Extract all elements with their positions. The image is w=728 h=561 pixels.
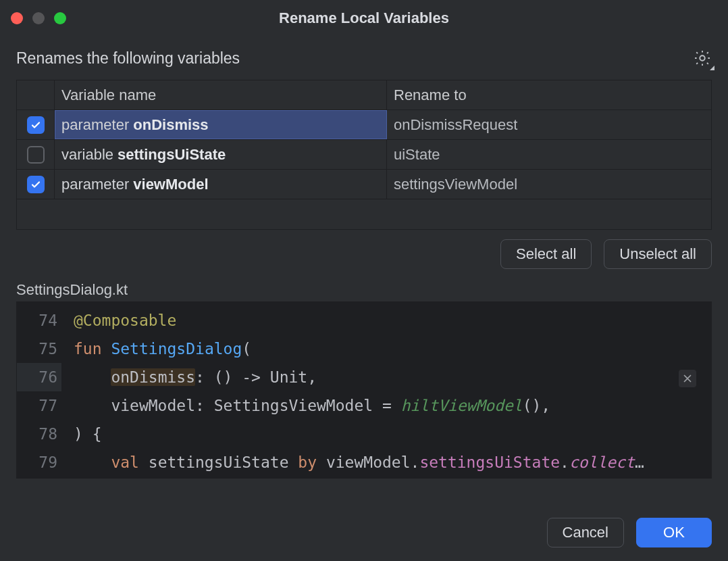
cancel-button[interactable]: Cancel bbox=[547, 518, 624, 547]
code-preview: 747576777879 @Composablefun SettingsDial… bbox=[16, 301, 712, 479]
editor-code[interactable]: @Composablefun SettingsDialog( onDismiss… bbox=[70, 302, 711, 478]
editor-gutter: 747576777879 bbox=[17, 302, 70, 478]
row-checkbox[interactable] bbox=[27, 146, 45, 164]
col-rename-to: Rename to bbox=[387, 80, 711, 109]
variables-table: Variable name Rename to parameter onDism… bbox=[16, 80, 712, 230]
rename-input[interactable] bbox=[394, 146, 704, 164]
table-row[interactable]: parameter viewModel bbox=[17, 170, 711, 199]
variable-name-cell[interactable]: parameter onDismiss bbox=[55, 110, 387, 139]
row-checkbox[interactable] bbox=[27, 176, 45, 193]
window-title: Rename Local Variables bbox=[0, 9, 728, 27]
ok-button[interactable]: OK bbox=[636, 518, 712, 547]
rename-input[interactable] bbox=[394, 176, 704, 193]
minimize-window-button[interactable] bbox=[32, 12, 45, 24]
zoom-window-button[interactable] bbox=[54, 12, 66, 24]
gear-icon[interactable] bbox=[693, 49, 712, 68]
col-variable-name: Variable name bbox=[55, 80, 387, 109]
close-window-button[interactable] bbox=[11, 12, 23, 24]
select-all-button[interactable]: Select all bbox=[500, 239, 592, 269]
table-header-row: Variable name Rename to bbox=[17, 80, 711, 110]
dialog-subtitle: Renames the following variables bbox=[16, 49, 240, 68]
row-checkbox[interactable] bbox=[27, 116, 45, 134]
file-name-label: SettingsDialog.kt bbox=[16, 281, 712, 299]
close-icon[interactable] bbox=[679, 370, 696, 387]
titlebar: Rename Local Variables bbox=[0, 0, 728, 36]
table-row[interactable]: parameter onDismiss bbox=[17, 110, 711, 140]
unselect-all-button[interactable]: Unselect all bbox=[604, 239, 712, 269]
rename-input[interactable] bbox=[394, 116, 704, 134]
table-row[interactable]: variable settingsUiState bbox=[17, 140, 711, 170]
variable-name-cell[interactable]: variable settingsUiState bbox=[55, 140, 387, 169]
svg-point-0 bbox=[700, 55, 704, 60]
table-empty-row bbox=[17, 199, 711, 229]
window-controls bbox=[11, 12, 66, 24]
variable-name-cell[interactable]: parameter viewModel bbox=[55, 170, 387, 199]
